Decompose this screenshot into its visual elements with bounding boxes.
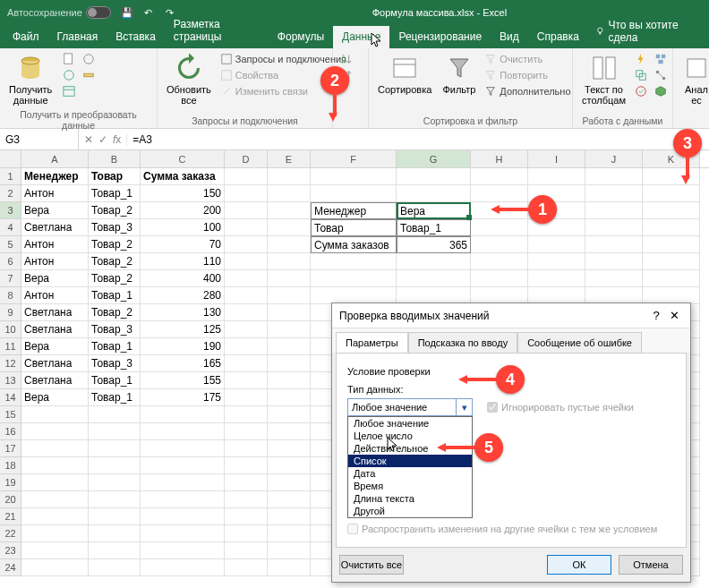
tab-data[interactable]: Данные xyxy=(333,26,389,48)
cell[interactable] xyxy=(585,168,643,185)
row-header[interactable]: 3 xyxy=(0,202,21,219)
cell[interactable] xyxy=(268,202,311,219)
cell[interactable] xyxy=(268,406,311,423)
cell[interactable]: Товар_3 xyxy=(89,355,141,372)
cell[interactable]: Вера xyxy=(21,202,89,219)
cell[interactable] xyxy=(89,491,141,508)
cell[interactable] xyxy=(471,219,528,236)
cell[interactable] xyxy=(225,168,268,185)
data-model-button[interactable] xyxy=(653,84,669,98)
text-to-columns-button[interactable]: Текст по столбцам xyxy=(578,52,629,107)
cell[interactable] xyxy=(268,491,311,508)
type-option[interactable]: Другой xyxy=(348,505,472,517)
cell[interactable] xyxy=(471,270,528,287)
cell[interactable] xyxy=(225,457,268,474)
tab-file[interactable]: Файл xyxy=(4,26,48,48)
autosave-toggle[interactable]: Автосохранение xyxy=(7,6,111,19)
cell[interactable]: Товар_3 xyxy=(89,219,141,236)
row-header[interactable]: 16 xyxy=(0,423,21,440)
cell[interactable]: 365 xyxy=(397,236,471,253)
row-header[interactable]: 2 xyxy=(0,185,21,202)
save-icon[interactable]: 💾 xyxy=(120,5,134,20)
cell[interactable] xyxy=(141,525,225,542)
cell[interactable] xyxy=(21,406,89,423)
cell[interactable] xyxy=(89,457,141,474)
cell[interactable] xyxy=(225,508,268,525)
cell[interactable]: Антон xyxy=(21,253,89,270)
cell[interactable]: Товар xyxy=(89,168,141,185)
cell[interactable] xyxy=(528,168,585,185)
cell[interactable]: 70 xyxy=(141,236,225,253)
cell[interactable] xyxy=(141,474,225,491)
row-header[interactable]: 18 xyxy=(0,457,21,474)
cell[interactable]: Товар_2 xyxy=(89,253,141,270)
col-header[interactable]: D xyxy=(225,150,268,167)
row-header[interactable]: 11 xyxy=(0,338,21,355)
select-all-corner[interactable] xyxy=(0,150,21,167)
cell[interactable]: Товар_1 xyxy=(89,372,141,389)
formula-input[interactable] xyxy=(132,133,704,146)
cell[interactable] xyxy=(225,253,268,270)
cell[interactable]: Товар xyxy=(311,219,397,236)
cell[interactable] xyxy=(268,185,311,202)
cell[interactable] xyxy=(268,389,311,406)
cell[interactable] xyxy=(311,270,397,287)
cell[interactable] xyxy=(225,440,268,457)
clear-all-button[interactable]: Очистить все xyxy=(339,555,404,575)
cell[interactable] xyxy=(225,474,268,491)
cell[interactable] xyxy=(643,219,700,236)
cell[interactable] xyxy=(268,457,311,474)
cell[interactable] xyxy=(643,236,700,253)
cell[interactable] xyxy=(89,542,141,559)
cell[interactable]: Светлана xyxy=(21,304,89,321)
sort-az-button[interactable]: AЯ xyxy=(338,52,354,66)
cell[interactable] xyxy=(225,406,268,423)
cell[interactable] xyxy=(643,202,700,219)
cell[interactable] xyxy=(268,321,311,338)
col-header[interactable]: A xyxy=(21,150,89,167)
row-header[interactable]: 23 xyxy=(0,542,21,559)
type-option[interactable]: Дата xyxy=(348,467,472,480)
ok-button[interactable]: ОК xyxy=(547,555,611,575)
cell[interactable] xyxy=(268,372,311,389)
remove-dup-button[interactable] xyxy=(633,68,649,82)
cell[interactable]: Сумма заказов xyxy=(311,236,397,253)
cell[interactable] xyxy=(141,423,225,440)
cell[interactable] xyxy=(643,168,700,185)
tell-me[interactable]: Что вы хотите сдела xyxy=(588,14,705,48)
row-header[interactable]: 14 xyxy=(0,389,21,406)
relationships-button[interactable] xyxy=(653,68,669,82)
advanced-filter-button[interactable]: Дополнительно xyxy=(483,84,572,98)
cell[interactable]: Вера xyxy=(397,202,471,219)
cell[interactable] xyxy=(21,457,89,474)
cell[interactable] xyxy=(225,219,268,236)
cell[interactable]: Менеджер xyxy=(311,202,397,219)
cell[interactable] xyxy=(268,474,311,491)
row-header[interactable]: 21 xyxy=(0,508,21,525)
cell[interactable]: 130 xyxy=(141,304,225,321)
cell[interactable]: 400 xyxy=(141,270,225,287)
cell[interactable]: Сумма заказа xyxy=(141,168,225,185)
from-text-button[interactable] xyxy=(61,52,77,66)
cell[interactable]: Товар_2 xyxy=(89,270,141,287)
cell[interactable]: 100 xyxy=(141,219,225,236)
row-header[interactable]: 1 xyxy=(0,168,21,185)
cell[interactable] xyxy=(141,406,225,423)
cell[interactable]: Менеджер xyxy=(21,168,89,185)
tab-insert[interactable]: Вставка xyxy=(107,26,165,48)
recent-sources-button[interactable] xyxy=(81,52,97,66)
col-header[interactable]: G xyxy=(397,150,471,167)
row-header[interactable]: 13 xyxy=(0,372,21,389)
cell[interactable]: Товар_2 xyxy=(89,202,141,219)
row-header[interactable]: 17 xyxy=(0,440,21,457)
undo-icon[interactable]: ↶ xyxy=(141,5,156,20)
cell[interactable] xyxy=(21,508,89,525)
cell[interactable] xyxy=(225,372,268,389)
cell[interactable] xyxy=(89,406,141,423)
cell[interactable] xyxy=(21,542,89,559)
cell[interactable]: Вера xyxy=(21,338,89,355)
cell[interactable] xyxy=(225,423,268,440)
cell[interactable]: 150 xyxy=(141,185,225,202)
data-validation-button[interactable] xyxy=(633,84,649,98)
cell[interactable] xyxy=(225,355,268,372)
